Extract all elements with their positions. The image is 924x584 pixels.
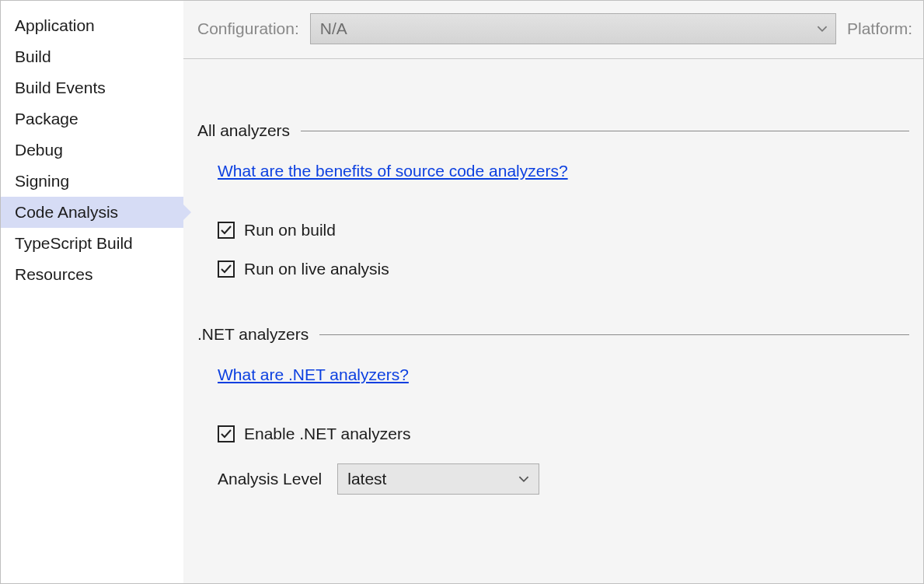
sidebar-item-signing[interactable]: Signing bbox=[1, 166, 183, 197]
sidebar-item-debug[interactable]: Debug bbox=[1, 135, 183, 166]
configuration-label: Configuration: bbox=[197, 19, 299, 38]
configuration-dropdown[interactable]: N/A bbox=[310, 13, 836, 44]
link-net-analyzers[interactable]: What are .NET analyzers? bbox=[218, 365, 409, 384]
sidebar-item-label: Build bbox=[15, 47, 51, 65]
link-benefits-analyzers[interactable]: What are the benefits of source code ana… bbox=[218, 162, 568, 180]
analysis-level-value: latest bbox=[347, 470, 386, 488]
content-area: All analyzers What are the benefits of s… bbox=[183, 59, 923, 495]
checkbox-label: Run on build bbox=[244, 221, 336, 240]
analysis-level-label: Analysis Level bbox=[218, 470, 322, 488]
config-bar: Configuration: N/A Platform: bbox=[183, 1, 923, 59]
check-icon bbox=[220, 263, 232, 275]
section-header-all-analyzers: All analyzers bbox=[197, 121, 909, 140]
sidebar-item-package[interactable]: Package bbox=[1, 103, 183, 135]
checkbox-label: Enable .NET analyzers bbox=[244, 425, 410, 443]
checkbox-run-on-live-analysis[interactable] bbox=[218, 261, 235, 278]
sidebar-item-label: TypeScript Build bbox=[15, 234, 133, 252]
sidebar-item-application[interactable]: Application bbox=[1, 10, 183, 41]
sidebar-item-label: Signing bbox=[15, 172, 69, 190]
sidebar-item-typescript-build[interactable]: TypeScript Build bbox=[1, 228, 183, 259]
sidebar-item-label: Package bbox=[15, 110, 78, 128]
section-title: All analyzers bbox=[197, 121, 290, 140]
divider bbox=[301, 131, 909, 131]
sidebar-item-resources[interactable]: Resources bbox=[1, 259, 183, 290]
chevron-down-icon bbox=[817, 19, 828, 38]
sidebar-item-label: Build Events bbox=[15, 79, 106, 96]
sidebar-item-label: Resources bbox=[15, 265, 92, 283]
platform-label: Platform: bbox=[847, 19, 912, 38]
main-panel: Configuration: N/A Platform: All analyze… bbox=[183, 1, 923, 583]
sidebar-item-build-events[interactable]: Build Events bbox=[1, 72, 183, 103]
analysis-level-dropdown[interactable]: latest bbox=[337, 463, 539, 495]
sidebar-item-label: Code Analysis bbox=[15, 203, 118, 221]
sidebar-item-code-analysis[interactable]: Code Analysis bbox=[1, 197, 183, 228]
sidebar: Application Build Build Events Package D… bbox=[1, 1, 183, 583]
sidebar-item-label: Debug bbox=[15, 141, 63, 159]
checkbox-label: Run on live analysis bbox=[244, 260, 389, 278]
project-properties-window: Application Build Build Events Package D… bbox=[0, 0, 924, 584]
sidebar-item-build[interactable]: Build bbox=[1, 41, 183, 72]
checkbox-enable-net-analyzers[interactable] bbox=[218, 425, 235, 442]
section-title: .NET analyzers bbox=[197, 325, 309, 344]
checkbox-run-on-build[interactable] bbox=[218, 222, 235, 239]
chevron-down-icon bbox=[518, 470, 529, 488]
check-icon bbox=[220, 428, 232, 440]
divider bbox=[319, 334, 909, 335]
check-icon bbox=[220, 224, 232, 236]
section-header-net-analyzers: .NET analyzers bbox=[197, 325, 909, 344]
configuration-value: N/A bbox=[320, 19, 347, 38]
sidebar-item-label: Application bbox=[15, 16, 95, 34]
